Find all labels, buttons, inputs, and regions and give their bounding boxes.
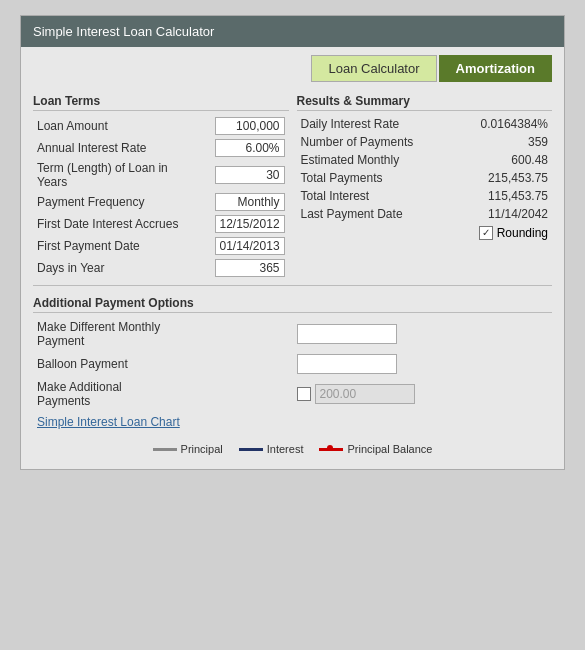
result-value: 600.48	[437, 151, 552, 169]
result-label: Total Payments	[297, 169, 438, 187]
table-row: Daily Interest Rate 0.0164384%	[297, 115, 553, 133]
balloon-payment-input[interactable]	[297, 354, 397, 374]
loan-terms-table: Loan Amount Annual Interest Rate Term (L…	[33, 115, 289, 279]
tab-row: Loan Calculator Amortization	[21, 47, 564, 82]
table-row: Balloon Payment	[33, 351, 552, 377]
legend-interest-label: Interest	[267, 443, 304, 455]
rounding-checkbox[interactable]: ✓	[479, 226, 493, 240]
add-label: Make Different MonthlyPayment	[33, 317, 293, 351]
table-row: First Payment Date	[33, 235, 289, 257]
rounding-text: Rounding	[497, 226, 548, 240]
app-container: Simple Interest Loan Calculator Loan Cal…	[20, 15, 565, 470]
table-row: Payment Frequency	[33, 191, 289, 213]
field-label: Term (Length) of Loan in Years	[33, 159, 186, 191]
results-header: Results & Summary	[297, 90, 553, 111]
table-row: Number of Payments 359	[297, 133, 553, 151]
make-additional-checkbox[interactable]	[297, 387, 311, 401]
add-label: Balloon Payment	[33, 351, 293, 377]
result-value: 11/14/2042	[437, 205, 552, 223]
result-value: 215,453.75	[437, 169, 552, 187]
legend-principal: Principal	[153, 443, 223, 455]
field-label: First Date Interest Accrues	[33, 213, 186, 235]
legend-row: Principal Interest Principal Balance	[33, 433, 552, 461]
table-row: Annual Interest Rate	[33, 137, 289, 159]
tab-loan-calculator[interactable]: Loan Calculator	[311, 55, 436, 82]
title-bar: Simple Interest Loan Calculator	[21, 16, 564, 47]
results-table: Daily Interest Rate 0.0164384% Number of…	[297, 115, 553, 223]
first-payment-date-input[interactable]	[215, 237, 285, 255]
table-row: Estimated Monthly 600.48	[297, 151, 553, 169]
rounding-row: ✓ Rounding	[297, 223, 553, 242]
loan-amount-input[interactable]	[215, 117, 285, 135]
make-additional-group	[297, 384, 549, 404]
annual-interest-rate-input[interactable]	[215, 139, 285, 157]
result-label: Estimated Monthly	[297, 151, 438, 169]
first-date-interest-input[interactable]	[215, 215, 285, 233]
legend-balance: Principal Balance	[319, 443, 432, 455]
table-row: Total Payments 215,453.75	[297, 169, 553, 187]
table-row: Loan Amount	[33, 115, 289, 137]
result-label: Total Interest	[297, 187, 438, 205]
tab-amortization[interactable]: Amortization	[439, 55, 552, 82]
different-monthly-payment-input[interactable]	[297, 324, 397, 344]
field-label: Days in Year	[33, 257, 186, 279]
top-section: Loan Terms Loan Amount Annual Interest R…	[33, 90, 552, 279]
additional-payment-amount-input[interactable]	[315, 384, 415, 404]
rounding-label[interactable]: ✓ Rounding	[479, 226, 548, 240]
result-label: Daily Interest Rate	[297, 115, 438, 133]
app-title: Simple Interest Loan Calculator	[33, 24, 214, 39]
balance-line-icon	[319, 448, 343, 451]
additional-section: Additional Payment Options Make Differen…	[33, 292, 552, 433]
chart-link[interactable]: Simple Interest Loan Chart	[37, 415, 180, 429]
legend-principal-label: Principal	[181, 443, 223, 455]
interest-line-icon	[239, 448, 263, 451]
section-divider	[33, 285, 552, 286]
additional-header: Additional Payment Options	[33, 292, 552, 313]
result-value: 115,453.75	[437, 187, 552, 205]
legend-interest: Interest	[239, 443, 304, 455]
additional-table: Make Different MonthlyPayment Balloon Pa…	[33, 317, 552, 411]
field-label: First Payment Date	[33, 235, 186, 257]
table-row: Term (Length) of Loan in Years	[33, 159, 289, 191]
result-value: 0.0164384%	[437, 115, 552, 133]
payment-frequency-input[interactable]	[215, 193, 285, 211]
field-label: Loan Amount	[33, 115, 186, 137]
loan-terms-header: Loan Terms	[33, 90, 289, 111]
loan-term-input[interactable]	[215, 166, 285, 184]
results-section: Results & Summary Daily Interest Rate 0.…	[297, 90, 553, 279]
table-row: Last Payment Date 11/14/2042	[297, 205, 553, 223]
add-label: Make AdditionalPayments	[33, 377, 293, 411]
loan-terms-section: Loan Terms Loan Amount Annual Interest R…	[33, 90, 289, 279]
main-content: Loan Terms Loan Amount Annual Interest R…	[21, 82, 564, 469]
legend-balance-label: Principal Balance	[347, 443, 432, 455]
table-row: Days in Year	[33, 257, 289, 279]
principal-line-icon	[153, 448, 177, 451]
table-row: First Date Interest Accrues	[33, 213, 289, 235]
table-row: Make Different MonthlyPayment	[33, 317, 552, 351]
result-label: Last Payment Date	[297, 205, 438, 223]
result-value: 359	[437, 133, 552, 151]
field-label: Annual Interest Rate	[33, 137, 186, 159]
table-row: Make AdditionalPayments	[33, 377, 552, 411]
field-label: Payment Frequency	[33, 191, 186, 213]
days-in-year-input[interactable]	[215, 259, 285, 277]
result-label: Number of Payments	[297, 133, 438, 151]
table-row: Total Interest 115,453.75	[297, 187, 553, 205]
